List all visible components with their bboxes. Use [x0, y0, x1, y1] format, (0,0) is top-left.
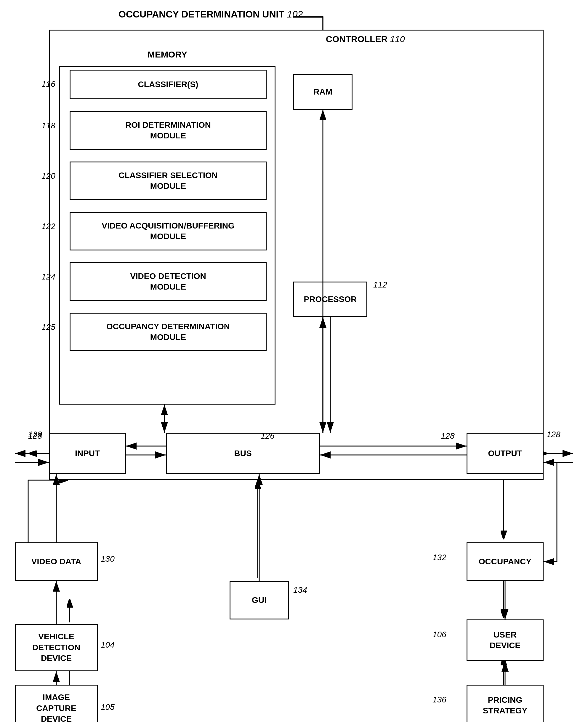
user-device-ref: 106 — [433, 630, 446, 639]
video-acq-box: VIDEO ACQUISITION/BUFFERING MODULE — [70, 212, 267, 250]
ram-box: RAM — [293, 74, 353, 110]
output-ref-label2: 128 — [547, 430, 561, 439]
image-capture-box: IMAGE CAPTURE DEVICE — [15, 685, 98, 722]
video-data-box: VIDEO DATA — [15, 542, 98, 581]
classifier-sel-ref: 120 — [41, 171, 56, 181]
video-acq-ref: 122 — [41, 222, 56, 231]
vehicle-det-ref: 104 — [101, 640, 114, 650]
classifiers-box: CLASSIFIER(S) — [70, 70, 267, 99]
gui-box: GUI — [230, 581, 289, 619]
pricing-strategy-ref: 136 — [433, 695, 446, 704]
user-device-box: USER DEVICE — [466, 619, 544, 661]
input-box: INPUT — [49, 433, 126, 474]
processor-ref: 112 — [373, 280, 387, 290]
bus-ref: 126 — [261, 431, 275, 441]
output-box: OUTPUT — [466, 433, 544, 474]
controller-label: CONTROLLER 110 — [326, 34, 405, 44]
bus-box: BUS — [166, 433, 320, 474]
memory-label: MEMORY — [59, 43, 275, 67]
gui-ref: 134 — [293, 585, 307, 595]
classifier-sel-box: CLASSIFIER SELECTION MODULE — [70, 162, 267, 200]
vehicle-det-box: VEHICLE DETECTION DEVICE — [15, 624, 98, 671]
output-ref-label: 128 — [441, 431, 455, 441]
main-unit-title: OCCUPANCY DETERMINATION UNIT 102 — [119, 9, 303, 20]
video-data-ref: 130 — [101, 554, 114, 564]
video-det-box: VIDEO DETECTION MODULE — [70, 262, 267, 301]
roi-box: ROI DETERMINATION MODULE — [70, 111, 267, 150]
occupancy-ref: 132 — [433, 553, 446, 562]
diagram: OCCUPANCY DETERMINATION UNIT 102 CONTROL… — [0, 0, 588, 722]
occupancy-det-ref: 125 — [41, 323, 56, 332]
classifiers-ref: 116 — [41, 79, 56, 89]
roi-ref: 118 — [41, 121, 56, 130]
video-det-ref: 124 — [41, 272, 56, 282]
occupancy-box: OCCUPANCY — [466, 542, 544, 581]
processor-box: PROCESSOR — [293, 282, 367, 317]
occupancy-det-box: OCCUPANCY DETERMINATION MODULE — [70, 313, 267, 351]
image-capture-ref: 105 — [101, 702, 114, 712]
pricing-strategy-box: PRICING STRATEGY — [466, 685, 544, 722]
input-ref-label2: 128 — [28, 430, 42, 439]
